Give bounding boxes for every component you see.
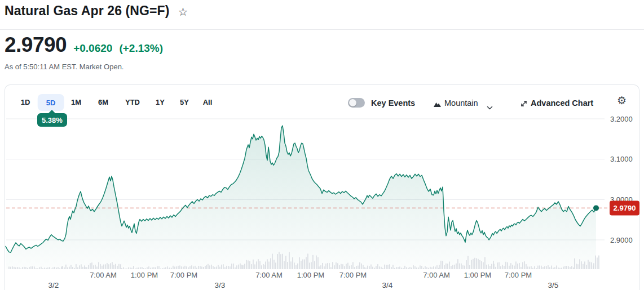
volume-bar: [219, 267, 220, 269]
volume-bar: [364, 267, 365, 269]
volume-bar: [69, 267, 70, 269]
volume-bar: [471, 260, 472, 269]
volume-bar: [476, 258, 477, 269]
volume-bar: [164, 268, 165, 269]
volume-bar: [279, 252, 280, 269]
volume-bar: [377, 264, 378, 269]
volume-bar: [336, 262, 337, 269]
volume-bar: [320, 265, 321, 269]
volume-bar: [29, 267, 30, 269]
volume-bar: [484, 257, 486, 269]
volume-bar: [102, 266, 103, 269]
volume-bar: [184, 266, 186, 269]
volume-bar: [148, 266, 149, 269]
volume-bar: [51, 269, 52, 269]
x-axis-date-label: 3/2: [48, 281, 59, 289]
volume-bar: [90, 263, 91, 269]
volume-bar: [384, 265, 385, 269]
volume-bar: [246, 260, 247, 269]
favorite-star-icon[interactable]: ☆: [178, 5, 188, 17]
volume-bar: [136, 267, 138, 269]
volume-bar: [86, 267, 87, 269]
volume-bar: [280, 254, 281, 269]
volume-bar: [191, 265, 192, 269]
volume-bar: [522, 262, 523, 269]
volume-bar: [466, 260, 467, 269]
volume-bar: [282, 254, 283, 269]
volume-bar: [344, 266, 345, 269]
volume-bar: [143, 268, 144, 269]
volume-bar: [505, 262, 506, 269]
volume-bar: [306, 257, 307, 269]
volume-bar: [573, 267, 574, 269]
volume-bar: [372, 267, 373, 269]
volume-bar: [248, 260, 249, 269]
volume-bar: [361, 264, 362, 269]
volume-bar: [307, 254, 308, 269]
volume-bar: [244, 264, 245, 269]
price-change: +0.0620: [73, 42, 112, 55]
volume-bar: [339, 265, 340, 269]
volume-bar: [491, 264, 492, 269]
volume-bar: [444, 265, 445, 269]
volume-bar: [285, 256, 286, 269]
volume-bar: [398, 267, 399, 269]
volume-bar: [115, 264, 116, 269]
volume-bar: [91, 262, 92, 269]
volume-bar: [537, 266, 539, 269]
volume-bar: [39, 267, 40, 269]
volume-bar: [259, 261, 261, 269]
volume-bar: [79, 265, 80, 269]
volume-bar: [270, 258, 271, 269]
volume-bar: [589, 262, 590, 269]
volume-bar: [464, 266, 465, 269]
volume-bar: [346, 264, 347, 269]
volume-bar: [22, 267, 23, 269]
volume-bar: [322, 263, 323, 269]
volume-bar: [61, 266, 62, 269]
volume-bar: [193, 266, 194, 269]
volume-bar: [591, 262, 592, 269]
volume-bar: [20, 269, 21, 269]
volume-bar: [140, 267, 141, 269]
volume-bar: [209, 265, 210, 269]
volume-bar: [452, 265, 453, 269]
volume-bar: [593, 263, 594, 269]
volume-bar: [226, 266, 227, 269]
volume-bar: [240, 264, 241, 269]
volume-bar: [58, 267, 59, 269]
volume-bar: [14, 267, 15, 269]
volume-bar: [507, 262, 508, 269]
volume-bar: [36, 268, 37, 269]
volume-bar: [347, 263, 349, 269]
volume-bar: [365, 267, 367, 269]
volume-bar: [44, 267, 45, 269]
volume-bar: [597, 257, 598, 269]
volume-bar: [456, 264, 457, 269]
volume-bar: [514, 266, 515, 269]
volume-bar: [512, 265, 513, 269]
range-performance-badge: 5.38%: [37, 113, 67, 127]
volume-bar: [579, 259, 580, 269]
volume-bar: [376, 266, 377, 269]
volume-bar: [230, 266, 231, 269]
volume-bar: [93, 265, 94, 269]
volume-bar: [440, 261, 442, 269]
volume-bar: [211, 265, 212, 269]
volume-bar: [312, 255, 314, 269]
volume-bar: [76, 264, 77, 269]
volume-bar: [47, 267, 48, 269]
volume-bar: [349, 266, 350, 269]
volume-bar: [133, 266, 134, 269]
volume-bar: [502, 265, 503, 269]
volume-bar: [41, 267, 42, 269]
volume-bar: [382, 268, 383, 269]
volume-bar: [515, 261, 517, 269]
volume-bar: [203, 267, 204, 269]
volume-bar: [17, 267, 18, 269]
header-divider: [0, 29, 644, 30]
volume-bar: [265, 261, 266, 269]
volume-bar: [574, 258, 575, 269]
volume-bar: [467, 256, 469, 269]
volume-bar: [504, 266, 505, 269]
